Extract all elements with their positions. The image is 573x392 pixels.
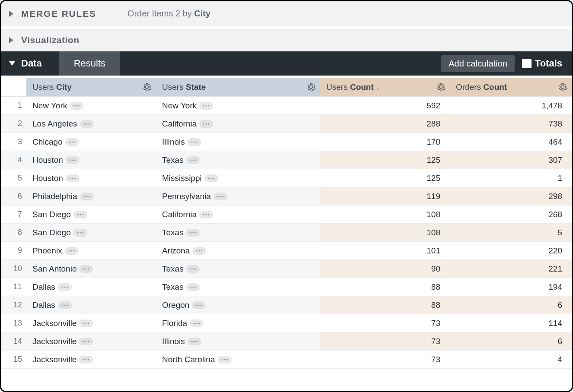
row-actions-icon[interactable] (80, 193, 94, 200)
row-actions-icon[interactable] (188, 138, 201, 146)
column-header-users-state[interactable]: Users State (156, 78, 320, 97)
cell-users-state[interactable]: Illinois (156, 332, 320, 351)
row-actions-icon[interactable] (58, 301, 72, 309)
row-actions-icon[interactable] (186, 229, 200, 237)
cell-users-count[interactable]: 170 (320, 133, 450, 151)
row-actions-icon[interactable] (79, 319, 93, 327)
row-actions-icon[interactable] (186, 283, 200, 291)
cell-orders-count[interactable]: 1 (450, 169, 572, 187)
cell-orders-count[interactable]: 6 (450, 332, 572, 351)
cell-users-state[interactable]: Texas (156, 278, 320, 296)
cell-orders-count[interactable]: 298 (450, 187, 572, 205)
cell-orders-count[interactable]: 221 (450, 260, 572, 278)
cell-users-state[interactable]: Florida (156, 314, 320, 332)
cell-users-count[interactable]: 90 (320, 260, 450, 278)
row-actions-icon[interactable] (192, 301, 206, 309)
cell-users-count[interactable]: 73 (320, 332, 450, 351)
column-header-orders-count[interactable]: Orders Count (450, 78, 572, 97)
cell-orders-count[interactable]: 6 (450, 296, 572, 314)
cell-users-city[interactable]: New York (26, 97, 156, 115)
column-header-users-count[interactable]: Users Count ↓ (320, 78, 450, 97)
cell-users-state[interactable]: North Carolina (156, 351, 320, 369)
cell-users-count[interactable]: 108 (320, 205, 450, 224)
row-actions-icon[interactable] (65, 138, 79, 146)
row-actions-icon[interactable] (73, 211, 87, 218)
cell-users-count[interactable]: 88 (320, 278, 450, 296)
cell-users-state[interactable]: California (156, 115, 320, 133)
cell-users-count[interactable]: 73 (320, 351, 450, 369)
totals-toggle[interactable]: Totals (522, 58, 562, 69)
cell-orders-count[interactable]: 194 (450, 278, 572, 296)
row-actions-icon[interactable] (79, 356, 93, 364)
row-actions-icon[interactable] (188, 338, 201, 345)
cell-users-city[interactable]: Jacksonville (26, 314, 156, 332)
cell-orders-count[interactable]: 114 (450, 314, 572, 332)
row-actions-icon[interactable] (73, 229, 87, 237)
row-actions-icon[interactable] (186, 265, 200, 273)
cell-orders-count[interactable]: 220 (450, 242, 572, 260)
cell-users-state[interactable]: Mississippi (156, 169, 320, 187)
cell-users-count[interactable]: 88 (320, 296, 450, 314)
cell-users-city[interactable]: Chicago (26, 133, 156, 151)
row-actions-icon[interactable] (213, 193, 227, 200)
data-section-label[interactable]: Data (21, 58, 42, 69)
cell-users-city[interactable]: Phoenix (26, 242, 156, 260)
column-settings-icon[interactable] (558, 82, 567, 92)
row-actions-icon[interactable] (192, 247, 206, 255)
row-actions-icon[interactable] (186, 156, 200, 164)
cell-users-count[interactable]: 101 (320, 242, 450, 260)
row-actions-icon[interactable] (79, 265, 93, 273)
row-actions-icon[interactable] (218, 356, 232, 364)
cell-orders-count[interactable]: 464 (450, 133, 572, 151)
row-actions-icon[interactable] (190, 319, 204, 327)
cell-users-city[interactable]: Houston (26, 169, 156, 187)
cell-users-state[interactable]: Texas (156, 260, 320, 278)
column-settings-icon[interactable] (142, 82, 152, 92)
cell-users-state[interactable]: Oregon (156, 296, 320, 314)
row-actions-icon[interactable] (66, 156, 80, 164)
tab-results[interactable]: Results (59, 51, 120, 76)
row-actions-icon[interactable] (80, 120, 94, 128)
column-header-users-city[interactable]: Users City (26, 78, 156, 97)
row-actions-icon[interactable] (70, 102, 83, 110)
row-actions-icon[interactable] (66, 174, 80, 182)
row-actions-icon[interactable] (199, 120, 213, 128)
cell-users-city[interactable]: San Diego (26, 224, 156, 242)
row-actions-icon[interactable] (199, 102, 213, 110)
row-actions-icon[interactable] (199, 211, 213, 218)
row-actions-icon[interactable] (58, 283, 72, 291)
row-actions-icon[interactable] (79, 338, 93, 345)
cell-users-city[interactable]: Los Angeles (26, 115, 156, 133)
cell-users-city[interactable]: Jacksonville (26, 332, 156, 351)
cell-users-city[interactable]: San Antonio (26, 260, 156, 278)
cell-orders-count[interactable]: 4 (450, 351, 572, 369)
cell-users-state[interactable]: New York (156, 97, 320, 115)
cell-orders-count[interactable]: 268 (450, 205, 572, 224)
cell-users-count[interactable]: 125 (320, 151, 450, 169)
row-actions-icon[interactable] (65, 247, 79, 255)
cell-users-city[interactable]: Dallas (26, 296, 156, 314)
cell-users-count[interactable]: 592 (320, 97, 450, 115)
cell-orders-count[interactable]: 307 (450, 151, 572, 169)
cell-users-city[interactable]: Houston (26, 151, 156, 169)
cell-users-state[interactable]: Illinois (156, 133, 320, 151)
row-actions-icon[interactable] (204, 174, 218, 182)
cell-users-state[interactable]: Pennsylvania (156, 187, 320, 205)
cell-users-city[interactable]: Dallas (26, 278, 156, 296)
column-settings-icon[interactable] (436, 82, 446, 92)
cell-users-count[interactable]: 288 (320, 115, 450, 133)
cell-users-count[interactable]: 73 (320, 314, 450, 332)
cell-orders-count[interactable]: 1,478 (450, 97, 572, 115)
expand-visualization-icon[interactable] (9, 37, 13, 43)
cell-users-city[interactable]: Jacksonville (26, 351, 156, 369)
cell-users-city[interactable]: Philadelphia (26, 187, 156, 205)
cell-orders-count[interactable]: 738 (450, 115, 572, 133)
expand-merge-rules-icon[interactable] (9, 11, 13, 17)
add-calculation-button[interactable]: Add calculation (441, 55, 515, 72)
cell-users-state[interactable]: Texas (156, 224, 320, 242)
cell-orders-count[interactable]: 5 (450, 224, 572, 242)
totals-checkbox[interactable] (522, 59, 532, 68)
cell-users-state[interactable]: Arizona (156, 242, 320, 260)
column-settings-icon[interactable] (306, 82, 316, 92)
cell-users-count[interactable]: 108 (320, 224, 450, 242)
